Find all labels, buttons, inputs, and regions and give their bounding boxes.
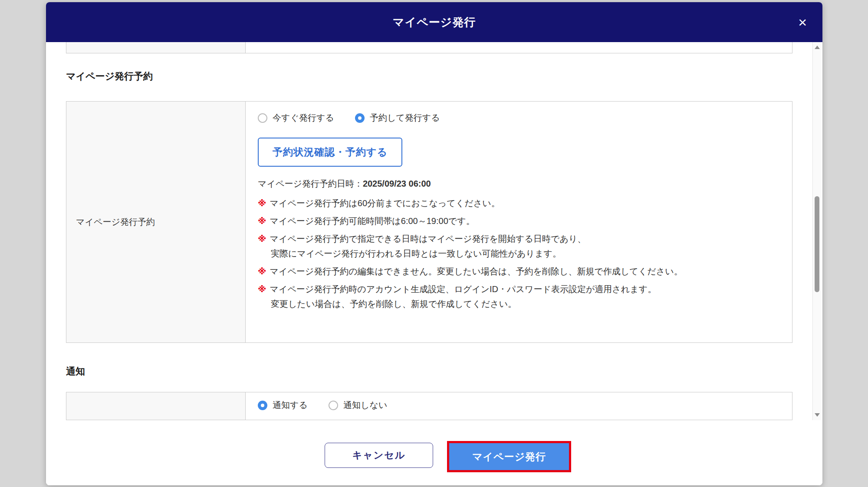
- reservation-datetime-value: 2025/09/23 06:00: [363, 179, 431, 188]
- notification-radio-group: 通知する 通知しない: [258, 399, 780, 411]
- note-text-continued: 実際にマイページ発行が行われる日時とは一致しない可能性があります。: [271, 246, 780, 261]
- radio-issue-reserved-label: 予約して発行する: [370, 112, 440, 124]
- radio-notify-on-label: 通知する: [273, 399, 308, 411]
- mypage-issue-dialog: マイページ発行 × マイページ発行予約 マイページ発行予約 今すぐ発行する 予約…: [46, 2, 822, 485]
- radio-notify-on[interactable]: 通知する: [258, 399, 308, 411]
- note-text: マイページ発行予約の編集はできません。変更したい場合は、予約を削除し、新規で作成…: [270, 267, 682, 276]
- note-text: マイページ発行予約可能時間帯は6:00～19:00です。: [270, 216, 474, 226]
- dialog-header: マイページ発行 ×: [46, 2, 822, 42]
- radio-unchecked-icon[interactable]: [258, 113, 267, 123]
- dialog-title: マイページ発行: [393, 15, 476, 30]
- notification-table: 通知する 通知しない: [66, 392, 792, 420]
- dialog-scroll-area: マイページ発行予約 マイページ発行予約 今すぐ発行する 予約して発行する 予約状…: [46, 42, 822, 420]
- radio-issue-now[interactable]: 今すぐ発行する: [258, 112, 334, 124]
- note-asterisk: ※: [258, 267, 266, 276]
- note-text: マイページ発行予約時のアカウント生成設定、ログインID・パスワード表示設定が適用…: [270, 284, 656, 294]
- check-reservation-button[interactable]: 予約状況確認・予約する: [258, 138, 402, 167]
- note-item: ※マイページ発行予約の編集はできません。変更したい場合は、予約を削除し、新規で作…: [258, 264, 780, 279]
- radio-unchecked-icon[interactable]: [329, 401, 338, 410]
- note-item: ※マイページ発行予約時のアカウント生成設定、ログインID・パスワード表示設定が適…: [258, 282, 780, 311]
- note-item: ※マイページ発行予約で指定できる日時はマイページ発行を開始する日時であり、実際に…: [258, 231, 780, 261]
- dialog-footer: キャンセル マイページ発行: [46, 420, 822, 485]
- scroll-down-arrow-icon[interactable]: [815, 413, 820, 417]
- reservation-section-heading: マイページ発行予約: [66, 70, 153, 83]
- submit-button-highlight-frame: マイページ発行: [447, 441, 571, 472]
- scroll-up-arrow-icon[interactable]: [815, 46, 820, 49]
- note-asterisk: ※: [258, 234, 266, 244]
- note-asterisk: ※: [258, 198, 266, 208]
- radio-checked-icon[interactable]: [355, 113, 365, 123]
- vertical-scrollbar[interactable]: [812, 42, 821, 420]
- scrollbar-thumb[interactable]: [815, 196, 819, 292]
- reservation-datetime-label: マイページ発行予約日時：: [258, 179, 363, 188]
- reservation-row-value: 今すぐ発行する 予約して発行する 予約状況確認・予約する マイページ発行予約日時…: [246, 102, 792, 342]
- table-row-clipped: [66, 42, 792, 53]
- table-label-cell: [66, 42, 246, 53]
- note-asterisk: ※: [258, 284, 266, 294]
- radio-notify-off-label: 通知しない: [343, 399, 387, 411]
- note-asterisk: ※: [258, 216, 266, 226]
- radio-checked-icon[interactable]: [258, 401, 267, 410]
- notification-section-heading: 通知: [66, 365, 85, 378]
- radio-notify-off[interactable]: 通知しない: [329, 399, 387, 411]
- note-text-continued: 変更したい場合は、予約を削除し、新規で作成してください。: [271, 296, 780, 311]
- reservation-row-label: マイページ発行予約: [66, 102, 246, 342]
- issue-timing-radio-group: 今すぐ発行する 予約して発行する: [258, 112, 780, 124]
- reservation-notes: ※マイページ発行予約は60分前までにおこなってください。 ※マイページ発行予約可…: [258, 196, 780, 311]
- mypage-issue-button[interactable]: マイページ発行: [449, 443, 569, 470]
- reservation-table: マイページ発行予約 今すぐ発行する 予約して発行する 予約状況確認・予約する マ…: [66, 101, 792, 343]
- reservation-datetime: マイページ発行予約日時：2025/09/23 06:00: [258, 178, 780, 190]
- notification-row-label: [66, 392, 246, 420]
- radio-issue-now-label: 今すぐ発行する: [273, 112, 334, 124]
- note-text: マイページ発行予約で指定できる日時はマイページ発行を開始する日時であり、: [270, 234, 586, 244]
- note-text: マイページ発行予約は60分前までにおこなってください。: [270, 198, 500, 208]
- cancel-button[interactable]: キャンセル: [325, 443, 433, 468]
- note-item: ※マイページ発行予約可能時間帯は6:00～19:00です。: [258, 214, 780, 228]
- radio-issue-reserved[interactable]: 予約して発行する: [355, 112, 440, 124]
- notification-row-value: 通知する 通知しない: [246, 392, 792, 420]
- close-icon[interactable]: ×: [798, 15, 807, 30]
- note-item: ※マイページ発行予約は60分前までにおこなってください。: [258, 196, 780, 211]
